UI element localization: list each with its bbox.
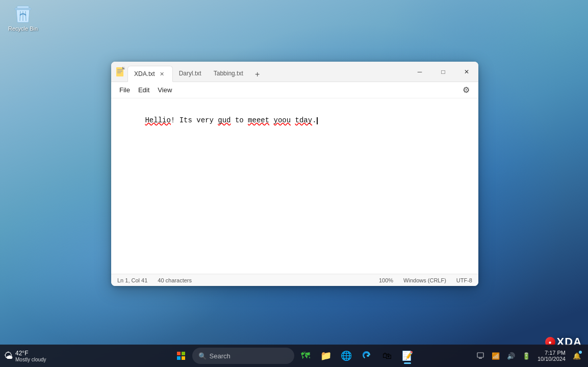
taskbar-center: 🔍 Search 🗺 📁 🌐 [172,347,417,365]
wifi-icon: 📶 [492,352,500,360]
weather-icon: 🌤 [4,351,13,361]
minimize-icon: ─ [418,68,422,75]
show-desktop-button[interactable] [473,349,488,363]
file-explorer-icon: 📁 [320,350,331,361]
character-count: 40 characters [158,277,192,283]
gear-icon: ⚙ [463,85,470,95]
maps-icon: 🗺 [301,351,310,361]
settings-button[interactable]: ⚙ [458,82,474,98]
store-icon: 🛍 [382,351,392,361]
tab-daryl-label: Daryl.txt [179,70,201,77]
desktop: Recycle Bin ● XDA XDA.txt [0,0,588,367]
close-icon: ✕ [464,68,469,75]
menu-edit[interactable]: Edit [134,84,154,96]
taskbar-app-notepad[interactable]: 📝 [398,347,417,365]
search-icon: 🔍 [198,352,207,360]
editor-content: Hellio! Its very gud to meeet yoou tday. [145,116,317,124]
title-bar: XDA.txt ✕ Daryl.txt Tabbing.txt + [111,62,478,82]
weather-temperature: 42°F [15,350,46,357]
tab-xda-txt[interactable]: XDA.txt ✕ [127,66,173,82]
recycle-bin[interactable]: Recycle Bin [5,4,41,32]
menu-file[interactable]: File [115,84,134,96]
svg-line-4 [25,11,26,21]
status-right: 100% Windows (CRLF) UTF-8 [379,277,472,283]
speaker-icon: 🔊 [507,352,515,360]
clock-date: 10/10/2024 [538,356,566,362]
tab-xda-close[interactable]: ✕ [158,70,166,78]
line-endings: Windows (CRLF) [403,277,446,283]
show-desktop-icon [477,352,484,359]
maximize-icon: □ [441,68,445,75]
zoom-level: 100% [379,277,393,283]
bell-icon: 🔔 [573,352,581,360]
weather-info: 42°F Mostly cloudy [15,350,46,362]
recycle-bin-icon [13,4,33,24]
taskbar-search[interactable]: 🔍 Search [192,348,294,364]
cursor-position: Ln 1, Col 41 [117,277,147,283]
window-controls: ─ □ ✕ [408,62,478,82]
svg-rect-13 [182,356,185,360]
taskbar-app-widgets[interactable]: 🌐 [337,347,355,365]
taskbar-app-edge[interactable] [357,347,376,365]
weather-description: Mostly cloudy [15,357,46,362]
svg-rect-5 [116,67,123,76]
taskbar-app-maps[interactable]: 🗺 [296,347,315,365]
tab-xda-label: XDA.txt [134,70,155,77]
tab-tabbing-label: Tabbing.txt [214,70,243,77]
maximize-button[interactable]: □ [431,62,455,82]
encoding: UTF-8 [456,277,472,283]
text-cursor [317,117,318,124]
svg-rect-12 [177,356,181,360]
notification-button[interactable]: 🔔 [570,349,584,363]
tab-daryl-txt[interactable]: Daryl.txt [173,65,208,82]
taskbar-app-file-explorer[interactable]: 📁 [317,347,335,365]
recycle-bin-label: Recycle Bin [8,25,38,32]
svg-rect-10 [177,352,181,355]
edge-icon [362,351,372,361]
status-bar: Ln 1, Col 41 40 characters 100% Windows … [111,274,478,286]
taskbar-system-tray: 📶 🔊 🔋 7:17 PM 10/10/2024 🔔 [473,349,584,363]
windows-logo-icon [176,351,186,360]
volume-icon[interactable]: 🔊 [504,349,518,363]
svg-rect-15 [479,358,482,359]
tab-bar: XDA.txt ✕ Daryl.txt Tabbing.txt + [127,62,408,82]
add-tab-button[interactable]: + [250,67,265,82]
svg-line-2 [20,11,20,21]
tab-tabbing-txt[interactable]: Tabbing.txt [208,65,249,82]
notepad-app-icon [115,67,125,77]
weather-widget[interactable]: 🌤 42°F Mostly cloudy [4,350,46,362]
battery-level-icon: 🔋 [522,352,530,360]
svg-rect-0 [17,6,29,8]
misspelled-gud: gud [218,116,231,124]
search-label: Search [210,352,231,360]
misspelled-yoou: yoou [274,116,291,124]
start-button[interactable] [172,347,190,365]
text-editor[interactable]: Hellio! Its very gud to meeet yoou tday. [111,98,478,274]
svg-rect-6 [117,69,122,70]
svg-rect-8 [117,72,121,73]
svg-rect-14 [477,353,483,357]
battery-icon[interactable]: 🔋 [519,349,533,363]
close-button[interactable]: ✕ [455,62,478,82]
minimize-button[interactable]: ─ [408,62,431,82]
misspelled-meeet: meeet [248,116,269,124]
clock-widget[interactable]: 7:17 PM 10/10/2024 [534,349,569,363]
misspelled-hellio: Hellio [145,116,170,124]
menu-view[interactable]: View [154,84,176,96]
add-tab-icon: + [255,70,260,79]
taskbar-app-store[interactable]: 🛍 [378,347,396,365]
notepad-taskbar-icon: 📝 [402,350,413,361]
clock-time: 7:17 PM [545,350,566,356]
widgets-icon: 🌐 [341,350,352,361]
network-icon[interactable]: 📶 [489,349,503,363]
menu-bar: File Edit View ⚙ [111,82,478,98]
svg-rect-11 [182,352,185,355]
notepad-window: XDA.txt ✕ Daryl.txt Tabbing.txt + [111,62,478,286]
svg-rect-7 [117,71,122,72]
misspelled-tday: tday [295,116,313,124]
taskbar: 🌤 42°F Mostly cloudy 🔍 Search [0,345,588,367]
